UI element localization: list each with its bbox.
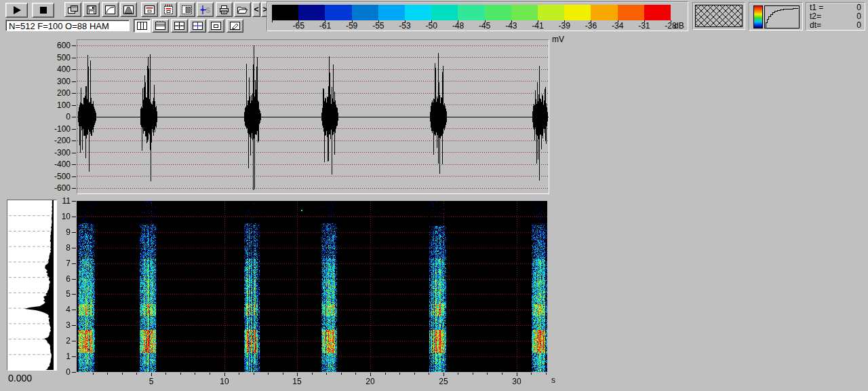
dither-frame-icon: [181, 5, 193, 15]
spectrogram-ytick: [72, 248, 76, 248]
print-icon: [218, 5, 230, 15]
spectrogram-xtick: [341, 373, 342, 375]
spectrogram-ytick: [72, 279, 76, 280]
spectrogram-xtick: [355, 373, 356, 375]
spectrogram-xtick: [473, 373, 473, 375]
colorbar-tick: [325, 20, 326, 22]
colorbar-segment: [564, 5, 591, 20]
colorbar-tick: [431, 20, 432, 22]
colorbar-segment: [325, 5, 351, 20]
print-button[interactable]: [216, 2, 233, 17]
mean-spectrum-panel[interactable]: [7, 200, 57, 371]
waveform-ytick-label: 400: [42, 64, 71, 74]
gain-curve-panel[interactable]: [749, 2, 803, 31]
spectrogram-xtick: [502, 373, 502, 375]
spectrogram-xtick: [195, 373, 195, 375]
colorbar-tick: [272, 20, 273, 22]
spectrogram-xtick: [517, 373, 517, 376]
waveform-ytick-label: 300: [42, 77, 71, 86]
spectrogram-ytick: [72, 217, 76, 217]
spectrogram-xtick-label: 15: [287, 377, 307, 386]
grid-cross-blue-icon: [192, 21, 203, 31]
grid-inner-box-button[interactable]: [208, 19, 224, 33]
time-grid-frame-button[interactable]: [160, 2, 177, 17]
spectrogram-plot[interactable]: [77, 201, 547, 372]
pencil-icon: [229, 21, 241, 31]
waveform-ytick: [72, 105, 76, 106]
spectrogram-xtick-label: 20: [360, 377, 380, 386]
open-file-button[interactable]: [234, 2, 251, 17]
spectrogram-ytick: [72, 310, 76, 310]
hatch-pattern-panel[interactable]: [692, 2, 745, 30]
stop-button[interactable]: [32, 3, 54, 18]
spectrogram-xtick: [254, 373, 254, 375]
grid-cross-button[interactable]: [171, 19, 188, 33]
spectrogram-unit-label: s: [551, 375, 555, 385]
transfer-curve-button[interactable]: [102, 2, 119, 17]
colorbar-tick: [298, 20, 299, 22]
duplicate-window-button[interactable]: [64, 2, 81, 17]
colorbar-segment: [511, 5, 538, 20]
dither-frame-button[interactable]: [178, 2, 195, 17]
waveform-ytick: [72, 129, 76, 130]
spectrogram-xtick: [239, 373, 239, 375]
spectrogram-xtick: [224, 373, 225, 376]
spectrogram-ytick: [72, 341, 76, 341]
waveform-ytick-label: -200: [42, 136, 71, 145]
colorbar-gradient: [272, 5, 671, 20]
window-function-button[interactable]: [120, 2, 137, 17]
app-window: S < > N=512 F=100 O=88 HAM: [0, 0, 868, 391]
colorbar-tick-label: -39: [551, 21, 578, 31]
save-button[interactable]: [83, 2, 100, 17]
spectrogram-ytick: [72, 294, 76, 295]
gain-colorscale-icon: [753, 5, 763, 29]
colorbar-tick: [564, 20, 565, 22]
colorbar-segment: [431, 5, 458, 20]
colorbar-tick: [538, 20, 538, 22]
display-frame-button[interactable]: [141, 2, 158, 17]
spectrum-value-label: 0.000: [8, 373, 32, 384]
colorbar-segment: [378, 5, 405, 20]
play-icon: [12, 5, 22, 15]
edit-annotations-button[interactable]: [226, 19, 243, 33]
colorbar-tick-label: -48: [445, 21, 471, 31]
save-icon: [86, 5, 97, 15]
transfer-curve-icon: [104, 5, 116, 15]
colorbar-tick: [591, 20, 591, 22]
colorbar-tick-label: -41: [524, 21, 551, 31]
waveform-ytick: [72, 164, 76, 165]
colorbar-tick-label: -31: [631, 21, 657, 31]
waveform-ytick: [72, 93, 76, 94]
grid-horizontal-button[interactable]: [152, 19, 169, 33]
play-button[interactable]: [5, 3, 28, 18]
spectrogram-xtick: [385, 373, 386, 375]
waveform-ytick: [72, 81, 76, 82]
analysis-params-field[interactable]: N=512 F=100 O=88 HAM: [5, 20, 130, 31]
time-grid-frame-icon: [163, 4, 174, 15]
colorbar-tick: [671, 20, 671, 22]
colorbar-tick-label: -43: [498, 21, 524, 31]
spectrogram-xtick: [122, 373, 123, 375]
waveform-ytick-label: 0: [42, 112, 71, 122]
waveform-plot[interactable]: [77, 39, 549, 194]
colorbar-tick: [352, 20, 353, 22]
spectrogram-xtick: [180, 373, 181, 375]
colorbar-tick: [485, 20, 486, 22]
prev-button[interactable]: <: [252, 2, 260, 17]
colorbar-segment: [485, 5, 511, 20]
colorbar-tick-label: -55: [365, 21, 391, 31]
colorbar-tick-label: -59: [338, 21, 365, 31]
spectrogram-xtick: [283, 373, 283, 375]
stop-icon: [38, 5, 49, 15]
waveform-ytick: [72, 176, 76, 177]
grid-vertical-button[interactable]: [134, 19, 151, 33]
spectrogram-xtick: [151, 373, 152, 376]
colorbar-tick-label: -53: [391, 21, 418, 31]
colorbar-segment: [538, 5, 564, 20]
spectrogram-xtick: [326, 373, 327, 375]
waveform-ytick: [72, 58, 76, 58]
waveform-ytick-label: -600: [42, 183, 71, 193]
grid-cross-blue-button[interactable]: [189, 19, 206, 33]
colorbar-tick-label: -45: [471, 21, 498, 31]
scale-toggle-button[interactable]: S: [197, 2, 214, 17]
